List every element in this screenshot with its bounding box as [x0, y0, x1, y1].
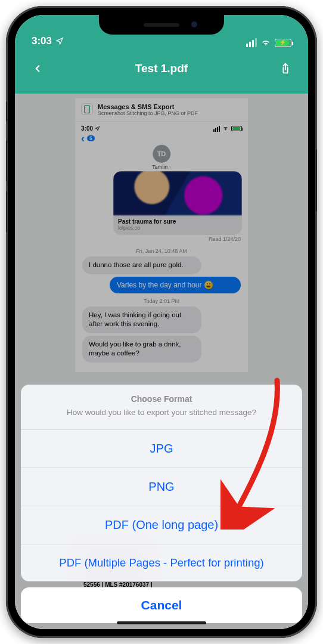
option-pdf-one-page[interactable]: PDF (One long page) [21, 506, 302, 544]
battery-icon: ⚡ [275, 39, 291, 47]
volume-down-button [6, 191, 7, 233]
power-button [316, 149, 317, 212]
back-button[interactable] [26, 61, 49, 76]
sheet-title: Choose Format [32, 394, 291, 404]
share-icon [279, 61, 292, 76]
status-time: 3:03 [32, 35, 52, 47]
chevron-left-icon [32, 61, 43, 76]
silence-switch [6, 101, 7, 122]
volume-up-button [6, 140, 7, 182]
option-jpg[interactable]: JPG [21, 430, 302, 467]
cellular-icon [246, 38, 257, 47]
action-sheet: Choose Format How would you like to expo… [15, 385, 308, 629]
content-area: Messages & SMS Export Screenshot Stitchi… [15, 94, 308, 629]
notch [99, 15, 224, 35]
option-png[interactable]: PNG [21, 467, 302, 506]
earpiece [144, 23, 179, 27]
sheet-subtitle: How would you like to export your stitch… [32, 407, 291, 419]
cancel-button[interactable]: Cancel [21, 587, 302, 623]
nav-bar: Test 1.pdf [15, 48, 308, 94]
screen: 3:03 ⚡ [15, 15, 308, 629]
option-pdf-multi-page[interactable]: PDF (Multiple Pages - Perfect for printi… [21, 544, 302, 581]
phone-frame: 3:03 ⚡ [6, 6, 317, 638]
front-camera [191, 21, 197, 27]
location-icon [55, 37, 64, 45]
page-title: Test 1.pdf [135, 62, 188, 75]
wifi-icon [260, 39, 271, 47]
home-indicator[interactable] [117, 621, 206, 624]
share-button[interactable] [274, 61, 297, 76]
